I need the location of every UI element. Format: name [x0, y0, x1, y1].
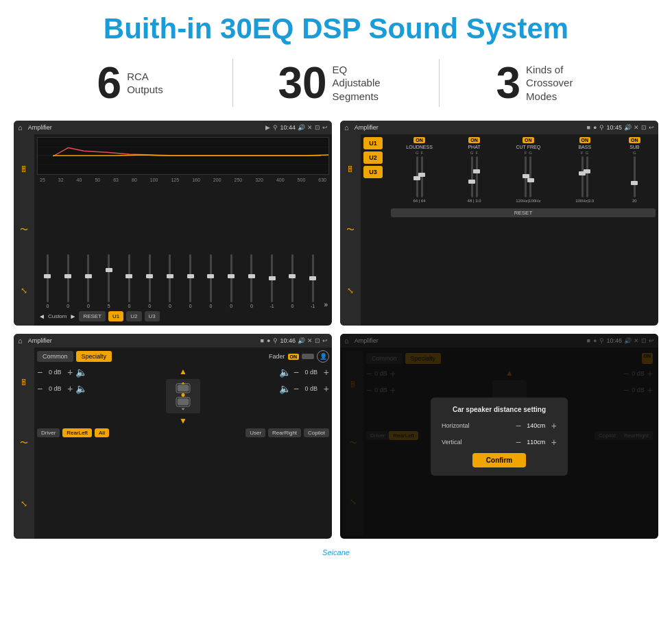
down-arrow[interactable]: ▼ [179, 416, 187, 426]
eq-track-8[interactable] [210, 254, 212, 302]
amp-screen-title: Amplifier [355, 124, 584, 131]
home-icon[interactable]: ⌂ [18, 123, 23, 132]
horizontal-minus[interactable]: − [516, 420, 521, 431]
eq-sliders-icon[interactable]: 🎚 [20, 164, 28, 174]
rr-value: 0 dB [302, 385, 321, 392]
amp-sliders-icon[interactable]: 🎚 [346, 164, 355, 174]
amp-expand-icon[interactable]: ⤡ [347, 286, 354, 295]
back-icon: ↩ [322, 124, 328, 131]
amp-time: 10:45 [606, 124, 622, 131]
fader-home-icon[interactable]: ⌂ [18, 337, 23, 345]
eq-freq-labels: 25 32 40 50 63 80 100 125 160 200 250 32… [37, 178, 329, 182]
horizontal-plus[interactable]: + [551, 420, 557, 431]
amp-status-bar: ⌂ Amplifier ■ ● ⚲ 10:45 🔊 ✕ ⊡ ↩ [340, 121, 658, 134]
rearright-btn[interactable]: RearRight [268, 428, 301, 437]
amp-home-icon[interactable]: ⌂ [344, 123, 349, 132]
fader-zones: Driver RearLeft All User RearRight Copil… [37, 428, 329, 437]
vertical-plus[interactable]: + [551, 437, 557, 448]
freq-400: 400 [276, 178, 285, 182]
driver-btn[interactable]: Driver [37, 428, 60, 437]
more-icon[interactable]: » [324, 301, 328, 308]
u3-btn[interactable]: U3 [145, 311, 160, 321]
eq-slider-9: 0 [222, 254, 241, 308]
common-tab[interactable]: Common [37, 351, 73, 362]
user-btn[interactable]: User [245, 428, 265, 437]
svg-rect-7 [178, 398, 189, 405]
eq-track-2[interactable] [87, 254, 89, 302]
reset-btn[interactable]: RESET [79, 311, 106, 321]
eq-main: 25 32 40 50 63 80 100 125 160 200 250 32… [34, 134, 332, 326]
eq-track-5[interactable] [149, 254, 151, 302]
freq-320: 320 [255, 178, 263, 182]
eq-slider-1: 0 [59, 254, 77, 308]
eq-track-13[interactable] [312, 254, 314, 302]
fl-plus[interactable]: + [67, 367, 73, 378]
eq-track-7[interactable] [189, 254, 191, 302]
screenshots-grid: ⌂ Amplifier ▶ ⚲ 10:44 🔊 ✕ ⊡ ↩ 🎚 〜 ⤡ [0, 121, 672, 546]
next-icon[interactable]: ► [69, 313, 76, 320]
eq-track-1[interactable] [67, 254, 69, 302]
amp-close-icon: ✕ [634, 124, 639, 131]
rearleft-btn[interactable]: RearLeft [62, 428, 92, 437]
amp-screen: ⌂ Amplifier ■ ● ⚲ 10:45 🔊 ✕ ⊡ ↩ 🎚 〜 ⤡ [340, 121, 658, 326]
fader-body: − 0 dB + 🔈 − 0 dB + 🔈 [37, 367, 329, 426]
vertical-minus[interactable]: − [516, 437, 521, 448]
u1-btn[interactable]: U1 [108, 311, 123, 321]
eq-track-12[interactable] [291, 254, 293, 302]
copilot-btn[interactable]: Copilot [304, 428, 329, 437]
fr-minus[interactable]: − [293, 367, 299, 378]
eq-expand-icon[interactable]: ⤡ [21, 286, 27, 295]
rr-minus[interactable]: − [293, 383, 299, 394]
eq-track-3[interactable] [108, 254, 110, 302]
rl-minus[interactable]: − [37, 383, 43, 394]
fader-sliders-icon[interactable]: 🎚 [20, 378, 28, 387]
fader-expand-icon[interactable]: ⤡ [21, 499, 27, 509]
fader-wave-icon[interactable]: 〜 [20, 437, 28, 449]
eq-track-0[interactable] [47, 254, 49, 302]
stat-rca: 6 RCAOutputs [27, 61, 232, 105]
amp-wave-icon[interactable]: 〜 [346, 224, 355, 236]
fader-location-icon: ⚲ [273, 337, 278, 344]
amp-u1-btn[interactable]: U1 [363, 137, 383, 149]
rr-speaker-icon: 🔈 [279, 383, 291, 394]
eq-content: 🎚 〜 ⤡ [14, 134, 332, 326]
amp-reset-btn[interactable]: RESET [391, 208, 656, 217]
rr-plus[interactable]: + [324, 383, 329, 394]
dialog-horizontal-row: Horizontal − 140cm + [442, 420, 557, 431]
eq-time: 10:44 [280, 124, 296, 131]
freq-32: 32 [58, 178, 64, 182]
eq-track-9[interactable] [230, 254, 232, 302]
eq-track-6[interactable] [169, 254, 171, 302]
fader-status-icons: ⚲ 10:46 🔊 ✕ ⊡ ↩ [273, 337, 328, 344]
eq-wave-icon[interactable]: 〜 [20, 224, 28, 236]
fl-minus[interactable]: − [37, 367, 43, 378]
fr-plus[interactable]: + [324, 367, 329, 378]
eq-track-4[interactable] [128, 254, 130, 302]
stat-crossover-number: 3 [496, 61, 521, 105]
amp-u3-btn[interactable]: U3 [363, 166, 383, 178]
rl-plus[interactable]: + [67, 383, 73, 394]
close-icon: ✕ [307, 124, 313, 131]
fader-top-row: Common Specialty Fader ON 👤 [37, 350, 329, 363]
up-arrow[interactable]: ▲ [179, 367, 187, 376]
eq-slider-5: 0 [141, 254, 159, 308]
u2-btn[interactable]: U2 [126, 311, 141, 321]
confirm-button[interactable]: Confirm [472, 453, 526, 467]
eq-track-10[interactable] [250, 254, 252, 302]
specialty-tab[interactable]: Specialty [76, 351, 112, 362]
fader-status-bar: ⌂ Amplifier ■ ● ⚲ 10:46 🔊 ✕ ⊡ ↩ [14, 334, 332, 348]
eq-sliders-row: 0 0 0 5 0 [37, 184, 329, 308]
amp-u2-btn[interactable]: U2 [363, 151, 383, 164]
fr-speaker-icon: 🔈 [279, 367, 291, 378]
play-icon: ▶ [265, 124, 270, 131]
fader-user-icon[interactable]: 👤 [317, 350, 329, 363]
prev-icon[interactable]: ◄ [38, 313, 45, 320]
eq-track-11[interactable] [271, 254, 273, 302]
freq-80: 80 [132, 178, 137, 182]
all-btn[interactable]: All [95, 428, 109, 437]
vertical-value: 110cm [524, 439, 549, 446]
fader-row-rl: − 0 dB + 🔈 [37, 383, 160, 394]
dialog-overlay: Car speaker distance setting Horizontal … [340, 334, 658, 539]
freq-50: 50 [95, 178, 100, 182]
crosshair [166, 379, 200, 413]
